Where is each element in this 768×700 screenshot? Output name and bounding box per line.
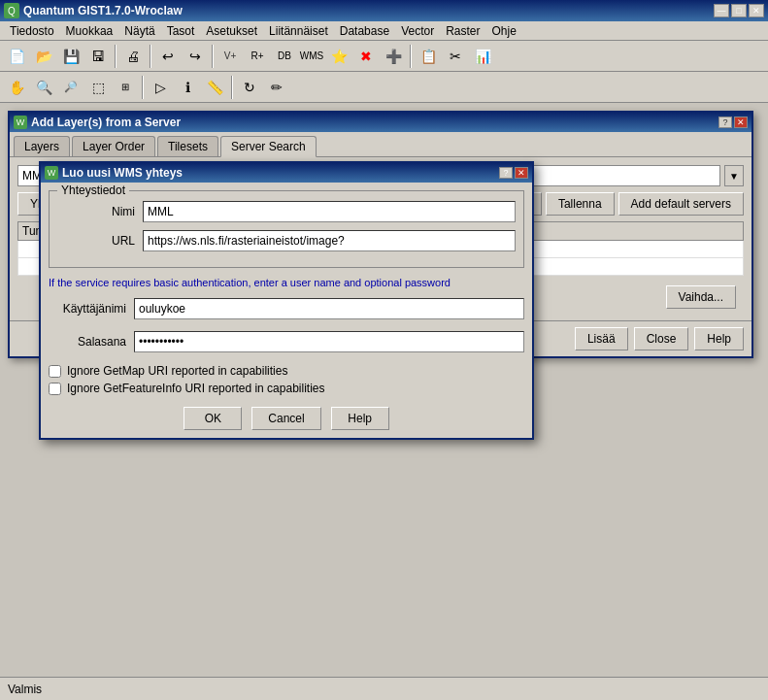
sep-4	[410, 45, 412, 68]
menu-muokkaa[interactable]: Muokkaa	[60, 22, 119, 40]
add-db-button[interactable]: DB	[272, 44, 297, 69]
wms-bottom-buttons: OK Cancel Help	[41, 399, 532, 438]
auth-info-text: If the service requires basic authentica…	[49, 276, 524, 290]
tab-server-search[interactable]: Server Search	[220, 136, 317, 157]
zoom-all-button[interactable]: ⊞	[113, 75, 138, 100]
tool-btn-10[interactable]: 📊	[470, 44, 495, 69]
toolbar-2: ✋ 🔍 🔎 ⬚ ⊞ ▷ ℹ 📏 ↻ ✏	[0, 72, 768, 103]
dialog-close-button[interactable]: Close	[634, 327, 689, 350]
wms-help-button[interactable]: Help	[331, 407, 389, 430]
toolbar-1: 📄 📂 💾 🖫 🖨 ↩ ↪ V+ R+ DB WMS ⭐ ✖ ➕ 📋 ✂ 📊	[0, 41, 768, 72]
add-layer-dialog: W Add Layer(s) from a Server ? ✕ Layers …	[8, 111, 753, 358]
wms-dialog: W Luo uusi WMS yhteys ? ✕ Yhteystiedot N…	[39, 161, 534, 440]
nimi-label: Nimi	[57, 205, 135, 218]
undo-button[interactable]: ↩	[155, 44, 181, 69]
sep-2	[150, 45, 151, 68]
nimi-input[interactable]	[143, 201, 516, 222]
add-raster-button[interactable]: R+	[245, 44, 270, 69]
add-default-servers-button[interactable]: Add default servers	[618, 192, 744, 216]
tallenna-button[interactable]: Tallenna	[546, 192, 615, 216]
groupbox-legend: Yhteystiedot	[57, 183, 129, 197]
tab-bar: Layers Layer Order Tilesets Server Searc…	[10, 132, 751, 156]
open-button[interactable]: 📂	[31, 44, 56, 69]
redo-button[interactable]: ↪	[183, 44, 208, 69]
tool-btn-9[interactable]: ✂	[443, 44, 468, 69]
wms-close-btn[interactable]: ✕	[515, 167, 528, 179]
ignore-getmap-label: Ignore GetMap URI reported in capabiliti…	[67, 364, 287, 378]
add-layer-close-btn[interactable]: ✕	[734, 117, 748, 128]
wms-title-btns: ? ✕	[499, 167, 528, 179]
select-button[interactable]: ▷	[148, 75, 173, 100]
add-layer-title: Add Layer(s) from a Server	[31, 116, 715, 129]
menu-asetukset[interactable]: Asetukset	[200, 22, 263, 40]
titlebar-buttons: — □ ✕	[714, 4, 764, 17]
salasana-row: Salasana	[41, 331, 532, 356]
ignore-getfeature-checkbox[interactable]	[49, 383, 61, 395]
tool-btn-5[interactable]: ⭐	[326, 44, 351, 69]
maximize-button[interactable]: □	[731, 4, 747, 17]
menu-vector[interactable]: Vector	[395, 22, 440, 40]
wms-titlebar: W Luo uusi WMS yhteys ? ✕	[41, 163, 532, 183]
ignore-getfeature-label: Ignore GetFeatureInfo URI reported in ca…	[67, 382, 324, 395]
app-icon: Q	[4, 3, 19, 18]
measure-button[interactable]: 📏	[202, 75, 227, 100]
dialog-help-button[interactable]: Help	[694, 327, 744, 350]
sep-3	[212, 45, 214, 68]
kayttajanimi-label: Käyttäjänimi	[49, 302, 126, 316]
vaihda-button[interactable]: Vaihda...	[666, 285, 736, 309]
sep-1	[115, 45, 117, 68]
tab-layer-order[interactable]: Layer Order	[72, 136, 155, 156]
ignore-getfeature-row: Ignore GetFeatureInfo URI reported in ca…	[49, 382, 524, 395]
pan-button[interactable]: ✋	[4, 75, 29, 100]
nimi-row: Nimi	[57, 201, 516, 222]
close-button[interactable]: ✕	[749, 4, 764, 17]
menu-nayta[interactable]: Näytä	[118, 22, 160, 40]
edit-button[interactable]: ✏	[264, 75, 289, 100]
kayttajanimi-input[interactable]	[134, 298, 524, 319]
tool-btn-8[interactable]: 📋	[416, 44, 441, 69]
menu-raster[interactable]: Raster	[440, 22, 485, 40]
zoom-select-button[interactable]: ⬚	[85, 75, 111, 100]
new-file-button[interactable]: 📄	[4, 44, 29, 69]
wms-ok-button[interactable]: OK	[184, 407, 242, 430]
info-button[interactable]: ℹ	[175, 75, 200, 100]
ignore-getmap-checkbox[interactable]	[49, 365, 61, 378]
zoom-in-button[interactable]: 🔍	[31, 75, 56, 100]
wms-cancel-button[interactable]: Cancel	[251, 407, 320, 430]
print-button[interactable]: 🖨	[120, 44, 146, 69]
url-input[interactable]	[143, 230, 516, 251]
save-as-button[interactable]: 🖫	[85, 44, 111, 69]
tool-btn-6[interactable]: ✖	[353, 44, 379, 69]
app-title: Quantum GIST1.7.0-Wroclaw	[23, 4, 710, 17]
wms-help-btn[interactable]: ?	[499, 167, 513, 179]
ignore-getmap-row: Ignore GetMap URI reported in capabiliti…	[49, 364, 524, 378]
sep-5	[142, 76, 144, 99]
add-layer-icon: W	[14, 116, 27, 129]
menu-liitannaiset[interactable]: Liitännäiset	[263, 22, 334, 40]
salasana-label: Salasana	[49, 335, 126, 349]
lisaa-button[interactable]: Lisää	[575, 327, 628, 350]
menu-tiedosto[interactable]: Tiedosto	[4, 22, 60, 40]
add-wms-button[interactable]: WMS	[299, 44, 324, 69]
minimize-button[interactable]: —	[714, 4, 729, 17]
add-layer-help-btn[interactable]: ?	[718, 117, 732, 128]
save-button[interactable]: 💾	[58, 44, 83, 69]
yhteystiedot-groupbox: Yhteystiedot Nimi URL	[49, 190, 524, 268]
zoom-out-button[interactable]: 🔎	[58, 75, 83, 100]
salasana-input[interactable]	[134, 331, 524, 352]
add-vector-button[interactable]: V+	[217, 44, 243, 69]
add-layer-titlebar: W Add Layer(s) from a Server ? ✕	[10, 113, 751, 132]
tab-layers[interactable]: Layers	[14, 136, 70, 156]
server-dropdown-arrow[interactable]: ▼	[724, 165, 744, 186]
rotate-button[interactable]: ↻	[237, 75, 262, 100]
tab-tilesets[interactable]: Tilesets	[157, 136, 218, 156]
menu-database[interactable]: Database	[334, 22, 395, 40]
tool-btn-7[interactable]: ➕	[381, 44, 406, 69]
url-label: URL	[57, 234, 135, 248]
status-bar: Valmis	[0, 677, 768, 700]
main-area: W Add Layer(s) from a Server ? ✕ Layers …	[0, 103, 768, 677]
menu-bar: Tiedosto Muokkaa Näytä Tasot Asetukset L…	[0, 21, 768, 41]
menu-tasot[interactable]: Tasot	[161, 22, 201, 40]
wms-icon: W	[45, 166, 58, 180]
menu-ohje[interactable]: Ohje	[486, 22, 522, 40]
